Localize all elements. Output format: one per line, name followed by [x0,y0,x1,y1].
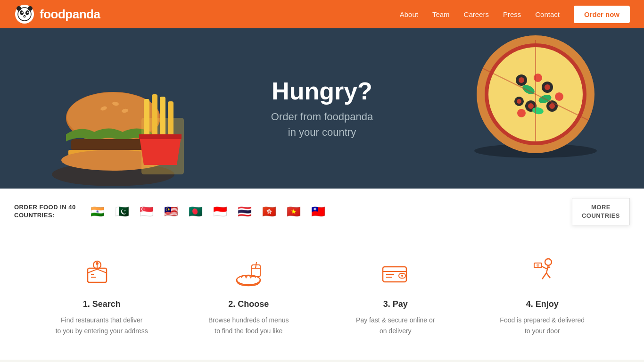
step3-desc: Pay fast & secure online or on delivery [356,315,435,336]
svg-line-65 [546,273,550,278]
nav-careers[interactable]: Careers [464,10,489,18]
svg-point-5 [27,12,29,13]
flag-india[interactable]: 🇮🇳 [85,202,110,221]
step-enjoy: 4. Enjoy Food is prepared & delivered to… [469,254,616,336]
nav-team[interactable]: Team [432,10,450,18]
flag-thailand[interactable]: 🇹🇭 [232,202,257,221]
pizza-illustration [465,28,606,160]
flag-vietnam[interactable]: 🇻🇳 [281,202,306,221]
order-now-button[interactable]: Order now [574,6,630,23]
enjoy-step-icon [523,254,561,292]
svg-point-28 [519,77,524,83]
svg-point-67 [537,264,539,267]
header: foodpanda About Team Careers Press Conta… [0,0,644,28]
panda-logo-icon [14,4,35,25]
svg-line-54 [256,262,256,268]
svg-point-6 [24,15,25,16]
flag-indonesia[interactable]: 🇮🇩 [208,202,232,221]
flag-bangladesh[interactable]: 🇧🇩 [183,202,208,221]
svg-point-48 [96,262,99,265]
bottom-section: Order on the go [0,360,644,362]
svg-point-36 [517,99,521,104]
step-choose: 2. Choose Browse hundreds of menus to fi… [175,254,322,336]
step3-title: 3. Pay [383,299,408,309]
svg-point-39 [517,109,526,117]
flags-row: 🇮🇳🇵🇰🇸🇬🇲🇾🇧🇩🇮🇩🇹🇭🇭🇰🇻🇳🇹🇼 [85,202,567,221]
svg-point-7 [17,6,21,11]
svg-point-34 [549,103,555,109]
step1-title: 1. Search [83,299,121,309]
countries-label: COUNTRIES: [14,212,76,220]
pay-step-icon [377,254,414,292]
hero-heading: Hungry? [272,77,372,105]
more-countries-button[interactable]: MORE COUNTRIES [572,198,630,225]
svg-point-60 [545,259,552,265]
flag-hong-kong[interactable]: 🇭🇰 [257,202,281,221]
step-search: 1. Search Find restaurants that deliver … [28,254,175,336]
svg-point-30 [545,84,550,90]
svg-point-38 [555,92,563,101]
svg-rect-20 [152,94,157,137]
logo-text: foodpanda [40,7,100,22]
svg-point-32 [528,103,534,109]
svg-point-57 [401,275,403,277]
step2-desc: Browse hundreds of menus to find the foo… [208,315,289,336]
search-step-icon [83,254,121,292]
flag-pakistan[interactable]: 🇵🇰 [110,202,134,221]
choose-step-icon [230,254,267,292]
step2-title: 2. Choose [228,299,269,309]
step4-title: 4. Enjoy [526,299,559,309]
svg-line-64 [542,273,546,279]
step1-desc: Find restaurants that deliver to you by … [56,315,148,336]
svg-point-4 [22,12,23,13]
flag-taiwan[interactable]: 🇹🇼 [306,202,330,221]
svg-rect-21 [160,97,165,137]
svg-rect-22 [168,101,173,137]
svg-point-37 [534,74,542,82]
burger-illustration [38,52,189,189]
hero-section: Hungry? Order from foodpanda in your cou… [0,28,644,189]
how-it-works-section: 1. Search Find restaurants that deliver … [0,235,644,360]
countries-strip: ORDER FOOD IN 40 COUNTRIES: 🇮🇳🇵🇰🇸🇬🇲🇾🇧🇩🇮🇩… [0,189,644,235]
main-nav: About Team Careers Press Contact Order n… [400,6,630,23]
order-food-label: ORDER FOOD IN 40 [14,204,76,212]
countries-label-container: ORDER FOOD IN 40 COUNTRIES: [14,204,76,220]
flag-malaysia[interactable]: 🇲🇾 [159,202,183,221]
step4-desc: Food is prepared & delivered to your doo… [500,315,585,336]
nav-contact[interactable]: Contact [535,10,560,18]
logo: foodpanda [14,4,100,25]
nav-about[interactable]: About [400,10,418,18]
svg-rect-19 [144,99,149,137]
flag-singapore[interactable]: 🇸🇬 [134,202,159,221]
step-pay: 3. Pay Pay fast & secure online or on de… [322,254,469,336]
svg-rect-45 [88,268,107,282]
hero-subheading: Order from foodpanda in your country [271,109,373,140]
nav-press[interactable]: Press [503,10,521,18]
svg-point-8 [28,6,33,11]
